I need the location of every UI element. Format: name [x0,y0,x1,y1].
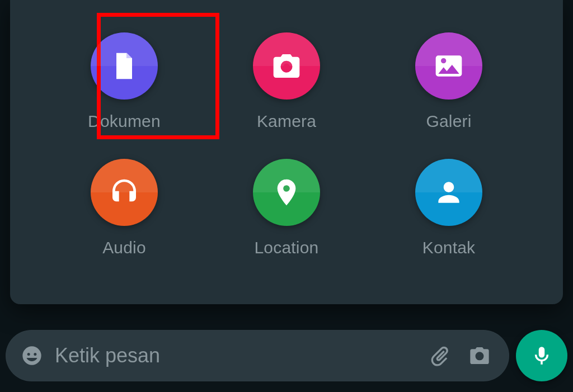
paperclip-icon[interactable] [426,343,452,369]
attachment-camera[interactable]: Kamera [242,32,331,131]
headphones-icon [91,159,158,226]
camera-icon [253,32,320,100]
attachment-audio-label: Audio [102,238,146,257]
attachment-sheet: Dokumen Kamera Galeri Audio [10,0,563,304]
attachment-gallery-label: Galeri [426,112,471,131]
location-pin-icon [253,159,320,226]
attachment-document-label: Dokumen [88,112,161,131]
attachment-document[interactable]: Dokumen [79,32,169,131]
attachment-location[interactable]: Location [242,159,331,257]
attachment-location-label: Location [254,238,318,257]
message-input[interactable]: Ketik pesan [45,344,426,367]
attachment-gallery[interactable]: Galeri [404,32,494,131]
gallery-icon [415,32,482,100]
mic-icon [530,344,553,367]
camera-shortcut-icon[interactable] [467,343,492,369]
composer-bar: Ketik pesan [6,323,567,389]
attachment-audio[interactable]: Audio [79,159,169,257]
message-input-container[interactable]: Ketik pesan [6,330,509,381]
emoji-icon[interactable] [19,343,45,369]
voice-message-button[interactable] [516,330,567,381]
document-icon [91,32,158,100]
attachment-contact-label: Kontak [422,238,476,257]
attachment-grid: Dokumen Kamera Galeri Audio [74,32,499,257]
svg-point-0 [283,64,289,70]
attachment-contact[interactable]: Kontak [404,159,494,257]
attachment-camera-label: Kamera [257,112,316,131]
person-icon [415,159,482,226]
